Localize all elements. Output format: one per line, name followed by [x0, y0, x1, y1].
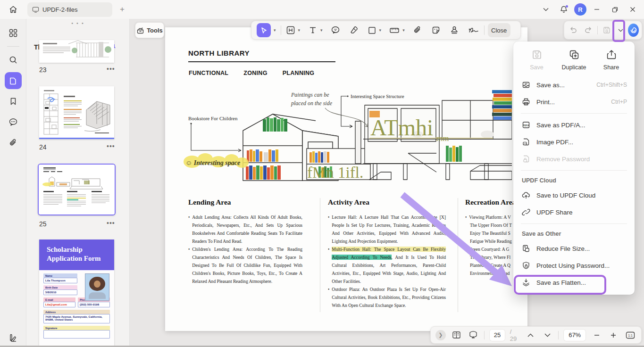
recreation-line: Enjoy The Beautiful S	[465, 229, 513, 237]
close-window-button[interactable]	[625, 2, 640, 17]
lending-bullet-2: Children's Lending Area: According To Th…	[192, 245, 302, 285]
pdf-page[interactable]: NORTH LIBRARY FUNCTIONAL ZONING PLANNING	[165, 27, 527, 331]
measure-tool-chevron[interactable]: ▾	[401, 28, 406, 33]
heading-tool-chevron[interactable]: ▾	[297, 28, 302, 33]
updf-ai-button[interactable]	[628, 24, 639, 37]
minus-icon	[594, 332, 600, 338]
page-24-preview	[39, 86, 114, 138]
bookmarks-panel-button[interactable]	[5, 93, 22, 110]
tools-button[interactable]: Tools	[135, 22, 164, 38]
link-icon	[522, 208, 530, 216]
thumbnail-more-button[interactable]: •••	[107, 219, 115, 227]
save-icon	[531, 49, 543, 60]
text-tool-button[interactable]	[307, 23, 319, 37]
library-illustration: Bookstore For Children Paintings can be …	[182, 87, 512, 194]
menu-item-image-pdf[interactable]: Image PDF...	[513, 133, 635, 150]
select-tool-button[interactable]	[255, 23, 272, 37]
menu-item-remove-password[interactable]: Remove Password	[513, 150, 635, 167]
close-tools-button[interactable]: Close	[488, 23, 510, 37]
menu-item-reduce-file-size[interactable]: Reduce File Size...	[513, 240, 635, 257]
select-tool-chevron[interactable]: ▾	[272, 28, 277, 33]
page-thumbnails-icon	[8, 76, 17, 85]
thumbnail-page-25-selected[interactable]	[38, 164, 116, 215]
heading-tool-button[interactable]	[284, 23, 297, 37]
measure-tool-button[interactable]	[388, 23, 401, 37]
home-icon	[8, 5, 18, 14]
menu-item-save-as-pdfa[interactable]: PDF/A Save as PDF/A...	[513, 116, 635, 133]
menu-item-protect-password[interactable]: Protect Using Password...	[513, 257, 635, 274]
apps-grid-button[interactable]	[5, 25, 22, 41]
paperclip-icon	[8, 138, 18, 148]
activity-bullet-2: Multi-Function Hall: The Space Layout Ca…	[332, 245, 446, 285]
text-icon	[308, 25, 318, 35]
next-page-button[interactable]	[542, 329, 554, 341]
signature-tool-button[interactable]	[467, 23, 481, 37]
annotation-bookstore: Bookstore For Children	[188, 116, 238, 121]
thumbnail-page-number: 25	[39, 220, 47, 228]
zoom-level-input[interactable]: 67%	[563, 329, 585, 341]
redo-button[interactable]	[582, 23, 594, 37]
activity-bullet-1: Lecture Hall: A Lecture Hall That Can Ac…	[332, 213, 446, 245]
minimize-button[interactable]	[589, 2, 604, 17]
previous-page-button[interactable]	[525, 329, 537, 341]
presentation-button[interactable]	[467, 329, 479, 341]
menu-save-quick[interactable]: Save	[520, 49, 554, 71]
thumbnail-page-24[interactable]	[39, 86, 114, 139]
appearance-button[interactable]	[0, 333, 26, 343]
stamp-tool-button[interactable]	[448, 23, 460, 37]
applicant-photo	[85, 273, 109, 301]
avatar[interactable]: R	[574, 3, 586, 16]
shape-tool-chevron[interactable]: ▾	[378, 28, 383, 33]
comments-panel-button[interactable]	[5, 114, 22, 131]
menu-item-updf-share[interactable]: UPDF Share	[513, 204, 635, 221]
attachments-panel-button[interactable]	[5, 134, 22, 151]
save-button[interactable]	[601, 23, 613, 37]
notifications-button[interactable]	[556, 2, 571, 17]
undo-button[interactable]	[567, 23, 579, 37]
zoom-out-button[interactable]	[591, 329, 603, 341]
document-tab[interactable]: UPDF-2-files	[27, 2, 112, 17]
restore-button[interactable]	[607, 2, 622, 17]
sticker-tool-button[interactable]	[430, 23, 442, 37]
form-address-value: 7425 Maple Avenue, Sunnyvale, California…	[43, 314, 110, 323]
highlighter-tool-button[interactable]	[348, 23, 360, 37]
menu-item-print[interactable]: Print... Ctrl+P	[513, 93, 635, 110]
new-tab-button[interactable]: +	[117, 4, 127, 15]
actual-size-button[interactable]: 1:1	[624, 329, 636, 341]
collapse-statusbar-button[interactable]: ❯	[435, 330, 446, 340]
thumbnail-more-button[interactable]: •••	[107, 65, 115, 73]
form-email-label: E-mail	[43, 297, 75, 302]
tab-title: UPDF-2-files	[42, 6, 77, 13]
chevron-down-icon	[544, 333, 551, 337]
menu-section-cloud: UPDF Cloud	[513, 174, 635, 187]
highlight-green: Adjusted According To Needs	[332, 255, 391, 260]
text-tool-chevron[interactable]: ▾	[319, 28, 324, 33]
menu-item-save-to-cloud[interactable]: Save to UPDF Cloud	[513, 187, 635, 204]
menu-item-save-as[interactable]: Save as... Ctrl+Shift+S	[513, 76, 635, 93]
ai-swirl-icon	[630, 26, 637, 34]
artifact-text-sub: mm	[436, 134, 449, 143]
menu-share[interactable]: Share	[594, 49, 628, 71]
thumbnails-panel-button[interactable]	[5, 72, 22, 89]
tab-list-button[interactable]	[538, 2, 553, 17]
page-number-input[interactable]: 25	[489, 329, 505, 341]
search-panel-button[interactable]	[5, 51, 22, 68]
titlebar: UPDF-2-files + R	[0, 0, 644, 19]
form-phone-value: (202) 555-0198	[78, 302, 110, 307]
signature-icon	[468, 25, 479, 35]
page-25-preview	[39, 165, 115, 215]
sticker-icon	[431, 25, 441, 35]
thumbnail-more-button[interactable]: •••	[107, 142, 115, 150]
shape-tool-button[interactable]	[366, 23, 378, 37]
menu-duplicate[interactable]: Duplicate	[557, 49, 591, 71]
panel-grip[interactable]: • • •	[26, 20, 129, 26]
comment-tool-button[interactable]	[329, 23, 342, 37]
thumbnail-page-23[interactable]	[39, 40, 114, 63]
zoom-in-button[interactable]	[608, 329, 620, 341]
home-button[interactable]	[7, 3, 20, 16]
attach-tool-button[interactable]	[411, 23, 424, 37]
reading-view-button[interactable]	[451, 329, 463, 341]
activity-area-column: Activity Area •Lecture Hall: A Lecture H…	[328, 198, 446, 309]
chevron-up-icon	[527, 333, 534, 337]
thumbnail-page-26[interactable]: Scholarship Application Form Name Lila T…	[39, 240, 114, 347]
